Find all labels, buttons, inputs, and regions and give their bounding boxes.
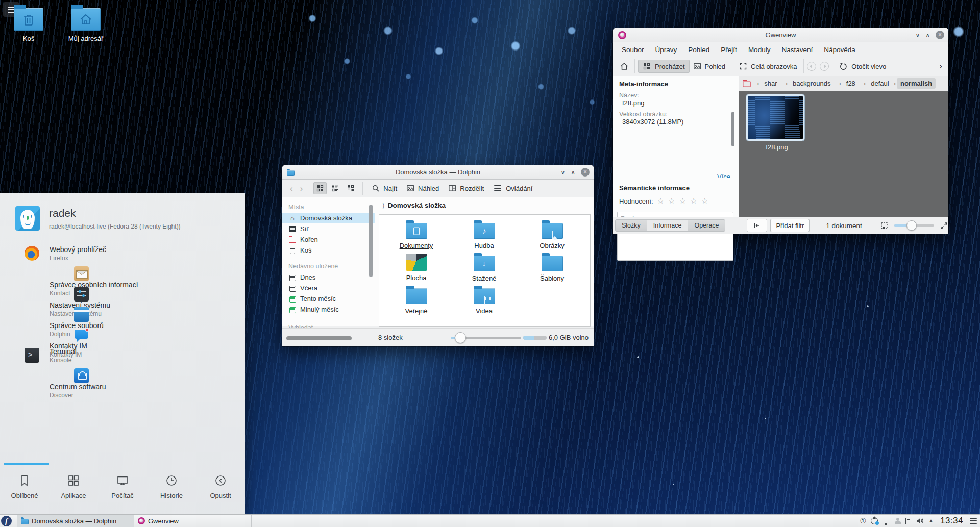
places-horizontal-scrollbar[interactable] — [286, 336, 352, 340]
menu-plugins[interactable]: Moduly — [743, 46, 776, 54]
sidebar-tab-information[interactable]: Informace — [647, 219, 688, 232]
breadcrumb-item[interactable]: shar — [753, 78, 781, 89]
gwenview-titlebar[interactable]: Gwenview ∨ ∧ — [613, 28, 948, 42]
split-button[interactable]: Rozdělit — [445, 182, 487, 194]
menu-view[interactable]: Pohled — [682, 46, 715, 54]
launcher-item-web-browser[interactable]: Webový prohlížeč Firefox — [0, 244, 245, 264]
places-item-network[interactable]: Síť — [282, 223, 375, 234]
full-zoom-icon[interactable] — [940, 222, 948, 230]
folder-music[interactable]: ♪ Hudba — [450, 220, 518, 253]
view-mode-button[interactable]: Pohled — [690, 60, 729, 72]
toolbar-overflow-chevron[interactable]: › — [937, 61, 944, 71]
folder-public[interactable]: Veřejné — [382, 285, 450, 318]
places-item-home[interactable]: ⌂ Domovská složka — [282, 213, 375, 223]
launcher-item-system-settings[interactable]: Nastavení systému Nastavení systému — [0, 285, 245, 305]
folder-icon — [406, 223, 427, 239]
preview-button[interactable]: Náhled — [403, 182, 443, 194]
folder-templates[interactable]: Šablony — [518, 253, 586, 285]
launcher-item-software-center[interactable]: Centrum softwaru Discover — [0, 366, 245, 387]
breadcrumb-item-current[interactable]: normalish — [897, 78, 936, 89]
taskbar-task-gwenview[interactable]: Gwenview — [134, 515, 252, 527]
dolphin-titlebar[interactable]: Domovská složka — Dolphin ∨ ∧ — [282, 165, 594, 180]
dolphin-breadcrumb[interactable]: ⟩ Domovská složka — [382, 202, 446, 209]
rating-stars[interactable]: ☆ ☆ ☆ ☆ ☆ — [657, 196, 709, 206]
tab-leave[interactable]: Opustit — [196, 467, 245, 499]
preview-image-icon — [406, 184, 414, 192]
places-item-trash[interactable]: Koš — [282, 245, 375, 256]
desktop-icon-trash[interactable]: Koš — [0, 4, 57, 42]
fit-zoom-icon[interactable] — [880, 222, 888, 230]
launcher-item-im-contacts[interactable]: Kontakty IM Kontakty IM — [0, 325, 245, 346]
folder-videos[interactable]: Videa — [450, 285, 518, 318]
image-thumbnail[interactable] — [746, 94, 804, 141]
menu-settings[interactable]: Nastavení — [776, 46, 818, 54]
tab-history[interactable]: Historie — [147, 467, 196, 499]
folder-desktop[interactable]: Plocha — [382, 253, 450, 285]
menu-file[interactable]: Soubor — [616, 46, 650, 54]
menu-go[interactable]: Přejít — [715, 46, 743, 54]
thumbnail-zoom-slider[interactable] — [894, 224, 934, 227]
minimize-button[interactable]: ∨ — [560, 169, 565, 175]
sidebar-tab-folders[interactable]: Složky — [615, 219, 647, 232]
tab-favorites[interactable]: Oblíbené — [0, 467, 49, 499]
peek-desktop-icon[interactable] — [970, 520, 977, 521]
places-item-yesterday[interactable]: Včera — [282, 283, 375, 293]
find-button[interactable]: Najít — [368, 182, 401, 194]
places-scrollbar[interactable] — [369, 205, 373, 277]
folder-downloads[interactable]: ↓ Stažené — [450, 253, 518, 285]
zoom-slider[interactable] — [451, 337, 521, 339]
network-icon[interactable] — [883, 518, 890, 524]
breadcrumb-item[interactable]: defaul — [860, 78, 893, 89]
forward-button[interactable]: › — [298, 184, 306, 193]
rotate-left-button[interactable]: Otočit vlevo — [836, 60, 890, 73]
collapse-sidebar-button[interactable] — [747, 219, 767, 232]
add-filter-button[interactable]: Přidat filtr — [770, 219, 810, 232]
user-switch-icon[interactable] — [895, 518, 901, 524]
maximize-button[interactable]: ∧ — [925, 32, 930, 38]
updates-icon[interactable] — [871, 517, 878, 524]
folder-pictures[interactable]: Obrázky — [518, 220, 586, 253]
back-button[interactable]: ‹ — [287, 184, 296, 193]
maximize-button[interactable]: ∧ — [571, 169, 575, 175]
fullscreen-button[interactable]: Celá obrazovka — [736, 60, 800, 72]
tab-applications[interactable]: Aplikace — [49, 467, 98, 499]
compact-view-button[interactable] — [329, 182, 342, 194]
folder-documents[interactable]: Dokumenty — [382, 220, 450, 253]
icons-view-button[interactable] — [313, 182, 327, 194]
places-item-today[interactable]: Dnes — [282, 272, 375, 283]
application-launcher-button[interactable]: f — [0, 515, 13, 527]
tab-computer[interactable]: Počítač — [98, 467, 147, 499]
places-item-last-month[interactable]: Minulý měsíc — [282, 304, 375, 315]
desktop-icon-home[interactable]: Můj adresář — [57, 4, 114, 42]
close-button[interactable] — [581, 168, 590, 177]
taskbar-task-dolphin[interactable]: Domovská složka — Dolphin — [17, 515, 134, 527]
close-button[interactable] — [936, 31, 944, 39]
menu-edit[interactable]: Úpravy — [650, 46, 683, 54]
places-item-this-month[interactable]: Tento měsíc — [282, 293, 375, 304]
zoom-slider-handle[interactable] — [455, 332, 466, 343]
details-view-button[interactable] — [344, 182, 357, 194]
menu-help[interactable]: Nápověda — [818, 46, 861, 54]
launcher-item-file-manager[interactable]: Správce souborů Dolphin — [0, 305, 245, 325]
breadcrumb-item[interactable]: f28 — [835, 78, 859, 89]
minimize-button[interactable]: ∨ — [915, 32, 920, 38]
user-avatar[interactable] — [15, 206, 40, 231]
breadcrumb-item[interactable]: backgrounds — [782, 78, 835, 89]
home-button[interactable] — [617, 60, 631, 73]
previous-image-button[interactable] — [807, 62, 816, 71]
tray-expander-icon[interactable]: ▲ — [928, 518, 934, 523]
control-button[interactable]: Ovládání — [489, 183, 536, 194]
sidebar-scrollbar[interactable] — [731, 112, 734, 146]
removable-device-icon[interactable] — [905, 518, 911, 524]
sidebar-tab-operations[interactable]: Operace — [688, 219, 725, 232]
browse-mode-button[interactable]: Procházet — [638, 60, 690, 73]
clock[interactable]: 13:34 — [940, 516, 963, 526]
places-item-root[interactable]: Kořen — [282, 234, 375, 245]
volume-icon[interactable] — [916, 517, 924, 524]
launcher-item-pim[interactable]: Správce osobních informací Kontact — [0, 264, 245, 285]
launcher-item-terminal[interactable]: > Terminál Konsole — [0, 346, 245, 366]
next-image-button[interactable] — [820, 62, 829, 71]
notifications-icon[interactable]: ① — [860, 517, 866, 524]
zoom-slider-handle[interactable] — [906, 220, 917, 231]
more-link[interactable]: Více — [717, 173, 730, 178]
